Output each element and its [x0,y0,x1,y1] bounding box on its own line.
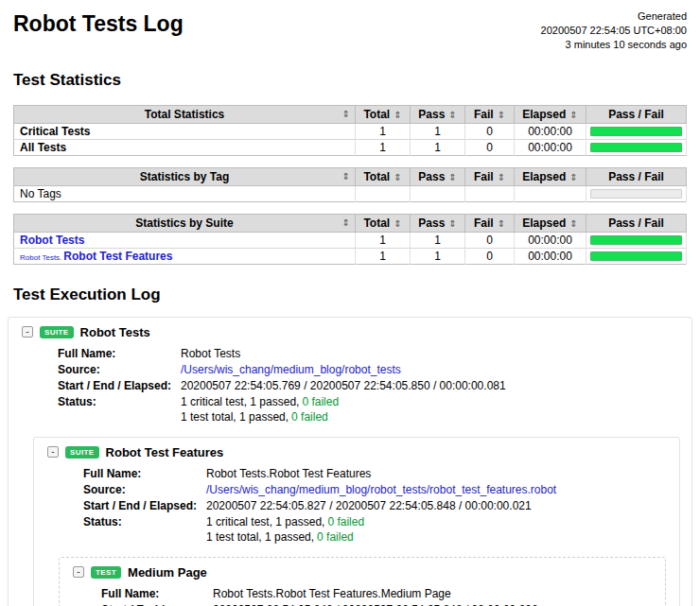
full-name-label: Full Name: [58,346,181,361]
full-name-row: Full Name: Robot Tests [58,346,686,361]
top-bar: Robot Tests Log Generated 20200507 22:54… [13,8,687,52]
suite-badge: SUITE [40,326,74,338]
collapse-icon[interactable]: - [22,326,33,338]
failed-count: 0 failed [327,515,364,528]
status-value: 1 critical test, 1 passed,0 failed 1 tes… [181,394,686,424]
sort-icon[interactable]: ⇕ [342,109,350,119]
sort-icon[interactable]: ⇕ [394,218,401,229]
sort-icon[interactable]: ⇕ [342,171,350,182]
stat-total: 1 [356,139,411,155]
table-row-no-tags: No Tags [14,185,687,201]
table-row-suite-robot-test-features: Robot Tests.Robot Test Features 1 1 0 00… [14,248,687,264]
col-header-fail[interactable]: Fail⇕ [465,167,515,185]
col-header-elapsed[interactable]: Elapsed⇕ [515,167,586,185]
stat-total: 1 [356,232,411,248]
stat-pass [411,185,465,201]
sort-icon[interactable]: ⇕ [394,172,401,182]
stat-elapsed: 00:00:00 [515,248,586,264]
col-header-statistics-by-tag[interactable]: Statistics by Tag ⇕ [14,167,356,185]
start-end-elapsed-label: Start / End / Elapsed: [83,498,206,513]
start-end-elapsed-value: 20200507 22:54:05.842 / 20200507 22:54:0… [213,602,659,606]
start-end-elapsed-row: Start / End / Elapsed: 20200507 22:54:05… [58,378,686,393]
col-header-statistics-by-suite[interactable]: Statistics by Suite ⇕ [14,214,356,232]
source-link[interactable]: /Users/wis_chang/medium_blog/robot_tests [181,363,401,376]
col-header-total[interactable]: Total⇕ [356,214,411,232]
col-header-pass[interactable]: Pass⇕ [411,167,465,185]
col-header-pass[interactable]: Pass⇕ [411,214,465,232]
suite-link-robot-test-features[interactable]: Robot Test Features [63,250,172,263]
page-title: Robot Tests Log [13,11,184,37]
col-header-total-statistics[interactable]: Total Statistics ⇕ [14,105,356,123]
start-end-elapsed-label: Start / End / Elapsed: [58,378,181,393]
status-label: Status: [83,514,206,545]
col-header-fail[interactable]: Fail⇕ [465,105,515,123]
stat-elapsed: 00:00:00 [515,232,586,248]
source-row: Source: /Users/wis_chang/medium_blog/rob… [58,362,686,377]
col-header-pass-fail[interactable]: Pass / Fail [586,105,687,123]
pass-fail-cell [586,232,687,248]
col-header-total[interactable]: Total⇕ [356,105,411,123]
status-value: 1 critical test, 1 passed,0 failed 1 tes… [206,514,674,545]
collapse-icon[interactable]: - [47,446,59,458]
statistics-by-suite-table: Statistics by Suite ⇕ Total⇕ Pass⇕ Fail⇕… [13,214,687,265]
col-header-elapsed[interactable]: Elapsed⇕ [515,214,586,232]
col-header-fail[interactable]: Fail⇕ [465,214,515,232]
full-name-label: Full Name: [101,586,213,601]
col-header-pass-fail[interactable]: Pass / Fail [586,214,687,232]
suite-link-robot-tests[interactable]: Robot Tests [20,234,84,247]
test-box-medium-page: - TEST Medium Page Full Name: Robot Test… [59,557,666,606]
col-header-elapsed[interactable]: Elapsed⇕ [515,105,586,123]
pass-bar [590,143,682,152]
sort-icon[interactable]: ⇕ [394,110,401,120]
table-header-row: Total Statistics ⇕ Total⇕ Pass⇕ Fail⇕ El… [14,105,687,123]
suite-name: Robot Tests [80,325,150,339]
source-label: Source: [58,362,181,377]
test-execution-log-heading: Test Execution Log [13,286,687,304]
execution-log: - SUITE Robot Tests Full Name: Robot Tes… [8,317,692,606]
sort-icon[interactable]: ⇕ [448,172,456,182]
sort-icon[interactable]: ⇕ [569,110,577,120]
sort-icon[interactable]: ⇕ [448,110,456,120]
table-row-suite-robot-tests: Robot Tests 1 1 0 00:00:00 [14,232,687,248]
sort-icon[interactable]: ⇕ [569,218,577,229]
status-label: Status: [58,394,181,424]
start-end-elapsed-row: Start / End / Elapsed: 20200507 22:54:05… [101,602,659,606]
table-row-critical-tests: Critical Tests 1 1 0 00:00:00 [14,123,687,139]
suite-header-robot-test-features[interactable]: - SUITE Robot Test Features [40,445,674,459]
sort-icon[interactable]: ⇕ [569,172,577,182]
sort-icon[interactable]: ⇕ [342,217,350,228]
status-row: Status: 1 critical test, 1 passed,0 fail… [58,394,686,424]
collapse-icon[interactable]: - [73,566,84,578]
table-header-row: Statistics by Suite ⇕ Total⇕ Pass⇕ Fail⇕… [14,214,687,232]
col-header-pass[interactable]: Pass⇕ [411,105,465,123]
stat-name: All Tests [14,139,356,155]
source-value: /Users/wis_chang/medium_blog/robot_tests… [206,482,674,497]
source-link[interactable]: /Users/wis_chang/medium_blog/robot_tests… [206,483,556,496]
sort-icon[interactable]: ⇕ [498,218,505,229]
pass-bar [590,235,682,245]
stat-elapsed: 00:00:00 [515,139,586,155]
test-badge: TEST [91,566,121,579]
sort-icon[interactable]: ⇕ [498,110,505,120]
failed-count: 0 failed [291,410,328,424]
sort-icon[interactable]: ⇕ [498,172,505,182]
sort-icon[interactable]: ⇕ [448,218,456,229]
col-header-pass-fail[interactable]: Pass / Fail [586,167,687,185]
stat-name: Critical Tests [14,123,356,139]
suite-header-robot-tests[interactable]: - SUITE Robot Tests [14,325,686,339]
test-header-medium-page[interactable]: - TEST Medium Page [65,565,659,580]
status-line-critical: 1 critical test, 1 passed,0 failed [181,394,686,409]
stat-total [356,185,411,201]
table-row-all-tests: All Tests 1 1 0 00:00:00 [14,139,687,155]
start-end-elapsed-value: 20200507 22:54:05.769 / 20200507 22:54:0… [181,378,686,393]
source-row: Source: /Users/wis_chang/medium_blog/rob… [83,482,674,497]
statistics-by-tag-table: Statistics by Tag ⇕ Total⇕ Pass⇕ Fail⇕ E… [13,167,687,202]
generated-label: Generated [541,9,687,24]
suite-badge: SUITE [65,446,99,459]
test-metadata: Full Name: Robot Tests.Robot Test Featur… [101,586,659,606]
col-header-total[interactable]: Total⇕ [356,167,411,185]
start-end-elapsed-label: Start / End / Elapsed: [101,602,213,606]
suite-name-cell: Robot Tests [14,232,356,248]
test-statistics-heading: Test Statistics [13,71,687,90]
pass-bar [590,251,682,261]
